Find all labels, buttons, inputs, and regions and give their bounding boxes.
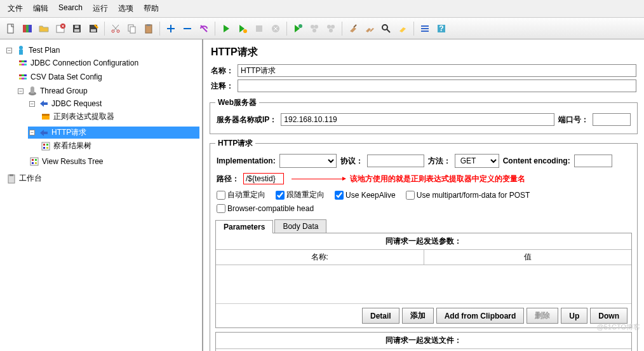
search-tree-icon[interactable] (379, 21, 394, 36)
collapse-icon[interactable] (180, 21, 195, 36)
help-icon[interactable]: ? (434, 21, 449, 36)
tree-regex-extractor[interactable]: 正则表达式提取器 (39, 111, 199, 123)
params-table-body[interactable] (216, 265, 631, 303)
open-icon[interactable] (36, 21, 51, 36)
stop-icon[interactable] (252, 21, 267, 36)
path-input[interactable] (243, 173, 284, 184)
svg-point-21 (311, 25, 314, 29)
remote-stop-icon[interactable] (323, 21, 339, 36)
svg-point-33 (19, 46, 23, 50)
svg-rect-59 (35, 162, 37, 164)
http-request-group: HTTP请求 Implementation: 协议： 方法： GET Conte… (210, 138, 638, 351)
svg-text:?: ? (439, 24, 443, 33)
svg-rect-39 (22, 64, 24, 65)
svg-point-27 (382, 25, 387, 30)
impl-select[interactable] (279, 154, 337, 168)
start-no-pause-icon[interactable] (235, 21, 250, 36)
svg-point-22 (314, 25, 318, 29)
tree-jdbc-request[interactable]: −JDBC Request (28, 98, 199, 109)
remote-start-all-icon[interactable] (307, 21, 322, 36)
delete-button[interactable]: 删除 (527, 308, 558, 324)
svg-point-25 (331, 25, 335, 29)
impl-label: Implementation: (217, 156, 276, 165)
svg-rect-41 (19, 74, 22, 76)
chk-auto-redirect[interactable]: 自动重定向 (217, 189, 265, 200)
add-button[interactable]: 添加 (402, 308, 434, 324)
toggle-icon[interactable] (196, 21, 211, 36)
svg-rect-29 (421, 28, 429, 29)
cenc-label: Content encoding: (503, 156, 570, 165)
remote-start-icon[interactable] (290, 21, 305, 36)
tab-body-data[interactable]: Body Data (274, 219, 326, 233)
protocol-input[interactable] (367, 155, 424, 167)
port-input[interactable] (593, 113, 631, 126)
chk-follow-redirect[interactable]: 跟随重定向 (276, 189, 325, 200)
tree-thread-group[interactable]: −Thread Group (17, 85, 199, 97)
start-icon[interactable] (218, 21, 234, 36)
svg-rect-10 (91, 29, 96, 32)
down-button[interactable]: Down (590, 308, 627, 324)
menu-help[interactable]: 帮助 (138, 1, 164, 16)
tree-view-results-2[interactable]: View Results Tree (28, 156, 199, 167)
paste-icon[interactable] (141, 21, 156, 36)
up-button[interactable]: Up (561, 308, 587, 324)
svg-rect-36 (22, 60, 24, 62)
menu-edit[interactable]: 编辑 (28, 1, 53, 16)
tree-http-request[interactable]: −HTTP请求 (28, 127, 199, 139)
new-file-icon[interactable] (3, 21, 18, 36)
method-label: 方法： (428, 156, 451, 167)
chk-browser-compat[interactable]: Browser-compatible head (217, 204, 314, 213)
reset-search-icon[interactable] (395, 21, 410, 36)
cenc-input[interactable] (574, 155, 612, 167)
clear-icon[interactable] (345, 21, 361, 36)
protocol-label: 协议： (340, 156, 363, 167)
chk-keepalive[interactable]: Use KeepAlive (335, 191, 396, 200)
detail-button[interactable]: Detail (362, 308, 399, 324)
expand-icon[interactable] (163, 21, 178, 36)
menu-search[interactable]: Search (53, 1, 88, 16)
http-request-legend: HTTP请求 (215, 138, 255, 149)
tree-jdbc-conn[interactable]: JDBC Connection Configuration (17, 57, 199, 69)
save-icon[interactable] (69, 21, 84, 36)
server-input[interactable] (281, 113, 554, 126)
server-label: 服务器名称或IP： (217, 114, 277, 125)
path-label: 路径： (217, 174, 239, 184)
method-select[interactable]: GET (455, 154, 499, 168)
save-as-icon[interactable] (86, 21, 101, 36)
svg-rect-50 (42, 142, 50, 150)
params-table-head: 同请求一起发送参数： (216, 233, 631, 250)
test-plan-tree[interactable]: −Test Plan JDBC Connection Configuration… (0, 39, 203, 351)
arrow-icon (292, 179, 342, 179)
tree-workbench[interactable]: 工作台 (5, 172, 199, 184)
tab-parameters[interactable]: Parameters (215, 220, 273, 233)
templates-icon[interactable] (20, 21, 35, 36)
name-input[interactable] (238, 64, 636, 77)
editor-panel: HTTP请求 名称： 注释： Web服务器 服务器名称或IP： 端口号： HTT… (203, 39, 644, 351)
chk-multipart[interactable]: Use multipart/form-data for POST (406, 191, 530, 200)
add-clipboard-button[interactable]: Add from Clipboard (436, 308, 525, 324)
tree-view-results-1[interactable]: 察看结果树 (39, 140, 199, 152)
tree-test-plan[interactable]: −Test Plan (5, 45, 199, 56)
menu-file[interactable]: 文件 (3, 1, 28, 16)
svg-point-26 (329, 29, 333, 32)
svg-rect-44 (19, 78, 22, 79)
svg-rect-51 (43, 144, 45, 146)
svg-rect-53 (43, 147, 45, 149)
toolbar: ? (0, 18, 644, 39)
menu-run[interactable]: 运行 (88, 1, 113, 16)
menu-options[interactable]: 选项 (113, 1, 138, 16)
shutdown-icon[interactable] (268, 21, 283, 36)
function-helper-icon[interactable] (417, 21, 433, 36)
svg-rect-28 (421, 25, 429, 27)
svg-rect-45 (22, 78, 24, 79)
cut-icon[interactable] (108, 21, 123, 36)
svg-rect-56 (32, 159, 34, 161)
port-label: 端口号： (558, 114, 589, 125)
close-icon[interactable] (53, 21, 68, 36)
clear-all-icon[interactable] (362, 21, 377, 36)
comment-input[interactable] (238, 79, 636, 92)
svg-rect-52 (46, 144, 48, 146)
tree-csv[interactable]: CSV Data Set Config (17, 71, 199, 83)
comment-label: 注释： (211, 81, 238, 92)
copy-icon[interactable] (124, 21, 140, 36)
